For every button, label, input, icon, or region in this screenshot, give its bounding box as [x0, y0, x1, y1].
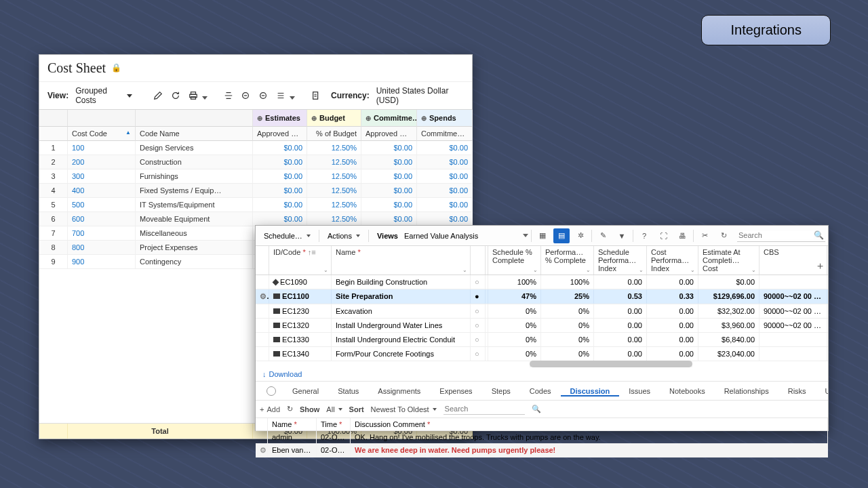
view-label: View:: [47, 91, 68, 100]
category-estimates[interactable]: ⊕Estimates: [253, 110, 307, 127]
tab-discussion[interactable]: Discussion: [561, 387, 620, 396]
columns-icon[interactable]: [222, 88, 235, 103]
gantt-view-icon[interactable]: ▤: [553, 228, 570, 243]
tab-general[interactable]: General: [283, 387, 328, 395]
discussion-search-input[interactable]: [443, 403, 525, 415]
resource-view-icon[interactable]: ✲: [572, 228, 589, 243]
disc-col-comment[interactable]: Discussion Comment *: [351, 418, 828, 430]
discussion-row[interactable]: admin02-Oct-…OK. Hang on! I've mobilised…: [256, 431, 828, 444]
category-commitments[interactable]: ⊕Commitme…: [361, 110, 417, 127]
wand-icon[interactable]: ✎: [595, 228, 611, 243]
menu-icon[interactable]: [274, 88, 288, 103]
col-eac[interactable]: Estimate At Completi… Cost⌄: [698, 246, 760, 274]
gear-icon[interactable]: ⚙: [260, 292, 269, 300]
sort-dropdown[interactable]: Newest To Oldest: [371, 405, 437, 413]
table-row[interactable]: 3300Furnishings$0.0012.50%$0.00$0.00: [39, 169, 472, 184]
col-sched-index[interactable]: Schedule Performa… Index⌄: [594, 246, 647, 274]
help-icon[interactable]: ?: [636, 228, 652, 243]
activity-type-icon: [273, 337, 280, 342]
table-row[interactable]: 4400Fixed Systems / Equip…$0.0012.50%$0.…: [39, 184, 472, 198]
col-percent-budget[interactable]: % of Budget: [307, 127, 361, 141]
category-budget[interactable]: ⊕Budget: [307, 110, 361, 127]
print-icon[interactable]: [186, 88, 200, 103]
search-icon[interactable]: 🔍: [814, 230, 824, 240]
print-icon[interactable]: 🖶: [674, 228, 690, 243]
horizontal-scrollbar[interactable]: [530, 361, 692, 367]
tab-relationships[interactable]: Relationships: [715, 387, 778, 395]
expand-icon[interactable]: [256, 88, 270, 103]
toolbar-search[interactable]: 🔍: [737, 229, 825, 242]
table-view-icon[interactable]: ▦: [534, 228, 551, 243]
views-caret-icon[interactable]: [523, 234, 528, 237]
col-idcode[interactable]: ID/Code * ↑≡⌄: [269, 246, 332, 274]
report-icon[interactable]: [309, 88, 323, 103]
currency-label: Currency:: [331, 91, 370, 100]
tab-risks[interactable]: Risks: [778, 387, 816, 395]
tab-update-history[interactable]: Update History: [816, 387, 828, 395]
gear-icon[interactable]: ⚙: [260, 446, 268, 454]
discussion-row[interactable]: ⚙Eben van …02-Oct-…We are knee deep in w…: [256, 444, 828, 458]
schedule-row[interactable]: EC1340 Form/Pour Concrete Footings ○ 0%0…: [256, 347, 828, 361]
disc-col-name[interactable]: Name *: [268, 418, 317, 430]
table-row[interactable]: 1100Design Services$0.0012.50%$0.00$0.00: [39, 141, 472, 155]
download-link[interactable]: Download: [269, 370, 302, 378]
activity-type-icon: [273, 308, 280, 314]
schedule-menu[interactable]: Schedule…: [258, 226, 316, 245]
col-approved-estimate[interactable]: Approved Est…: [253, 127, 307, 141]
col-code-name[interactable]: Code Name: [136, 127, 253, 141]
schedule-row[interactable]: EC1090 Begin Building Construction ○ 100…: [256, 275, 828, 289]
actions-menu[interactable]: Actions: [322, 226, 366, 245]
activity-type-icon: [273, 293, 280, 299]
category-spends[interactable]: ⊕Spends: [417, 110, 473, 127]
activity-type-icon: [273, 279, 279, 286]
toolbar-search-input[interactable]: [738, 231, 814, 239]
comment-icon[interactable]: ●: [471, 289, 486, 304]
refresh-icon[interactable]: ↻: [715, 228, 732, 243]
cost-sheet-toolbar: View: Grouped Costs Currency: United Sta…: [39, 81, 472, 109]
collapse-icon[interactable]: [239, 88, 253, 103]
schedule-row[interactable]: EC1320 Install Underground Water Lines ○…: [256, 319, 828, 333]
tab-issues[interactable]: Issues: [619, 387, 660, 395]
table-row[interactable]: 2200Construction$0.0012.50%$0.00$0.00: [39, 155, 472, 169]
discussion-search-icon[interactable]: 🔍: [532, 405, 541, 413]
refresh-icon[interactable]: [169, 88, 182, 103]
show-dropdown[interactable]: All: [326, 405, 342, 413]
tab-assignments[interactable]: Assignments: [368, 387, 430, 395]
print-menu-caret-icon[interactable]: [202, 96, 208, 100]
col-commitment-spend[interactable]: Commitment…: [417, 127, 473, 141]
tab-notebooks[interactable]: Notebooks: [660, 387, 715, 395]
table-row[interactable]: 6600Moveable Equipment$0.0012.50%$0.00$0…: [39, 212, 472, 226]
col-cost-index[interactable]: Cost Performa… Index⌄: [647, 246, 698, 274]
add-button[interactable]: + Add: [260, 405, 280, 413]
tab-steps[interactable]: Steps: [482, 387, 520, 395]
menu-caret-icon[interactable]: [290, 96, 295, 100]
col-cost-code[interactable]: Cost Code▲: [68, 127, 136, 141]
view-dropdown[interactable]: Grouped Costs: [75, 86, 132, 105]
svg-rect-5: [313, 92, 318, 100]
col-approved-commitment[interactable]: Approved Co…: [361, 127, 417, 141]
table-row[interactable]: 5500IT Systems/Equipment$0.0012.50%$0.00…: [39, 198, 472, 212]
reload-icon[interactable]: ↻: [287, 405, 293, 413]
tab-codes[interactable]: Codes: [520, 387, 561, 395]
tab-expenses[interactable]: Expenses: [430, 387, 481, 395]
schedule-row[interactable]: EC1230 Excavation ○ 0%0%0.000.00$32,302.…: [256, 304, 828, 319]
views-menu[interactable]: Views Earned Value Analysis: [372, 226, 484, 245]
col-perf-complete[interactable]: Performa… % Complete⌄: [541, 246, 594, 274]
col-name[interactable]: Name *⌄: [332, 246, 471, 274]
filter-icon[interactable]: ▼: [614, 228, 630, 243]
comment-icon[interactable]: ○: [471, 333, 486, 346]
fullscreen-icon[interactable]: ⛶: [655, 228, 671, 243]
comment-icon[interactable]: ○: [471, 347, 486, 361]
tab-toggle-icon[interactable]: [267, 386, 276, 396]
comment-icon[interactable]: ○: [471, 275, 486, 289]
schedule-row[interactable]: ⚙ EC1100 Site Preparation ● 47%25%0.530.…: [256, 289, 828, 304]
disc-col-time[interactable]: Time *: [317, 418, 351, 430]
cut-icon[interactable]: ✂: [696, 228, 713, 243]
comment-icon[interactable]: ○: [471, 319, 486, 332]
tab-status[interactable]: Status: [328, 387, 368, 395]
add-column-button[interactable]: ＋: [815, 260, 825, 272]
schedule-row[interactable]: EC1330 Install Underground Electric Cond…: [256, 333, 828, 347]
col-sched-complete[interactable]: Schedule % Complete⌄: [488, 246, 541, 274]
comment-icon[interactable]: ○: [471, 304, 486, 318]
edit-icon[interactable]: [151, 88, 165, 103]
